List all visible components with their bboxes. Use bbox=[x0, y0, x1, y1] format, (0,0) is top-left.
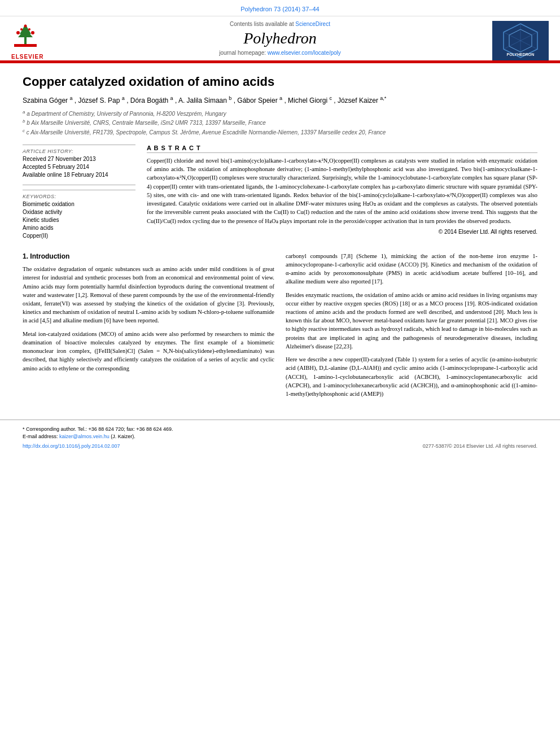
footer-links: http://dx.doi.org/10.1016/j.poly.2014.02… bbox=[23, 443, 537, 449]
sciencedirect-link[interactable]: ScienceDirect bbox=[295, 21, 330, 27]
affiliation-b: b b Aix Marseille Université, CNRS, Cent… bbox=[23, 118, 537, 127]
polyhedron-cover-image: POLYHEDRON bbox=[492, 21, 549, 60]
history-label: Article history: bbox=[23, 148, 135, 154]
abstract-section: A B S T R A C T Copper(II) chloride and … bbox=[147, 145, 537, 235]
author-gabor: , Gábor Speier bbox=[234, 97, 279, 104]
article-content: Copper catalyzed oxidation of amino acid… bbox=[0, 63, 560, 414]
intro-para5: Here we describe a new copper(II)-cataly… bbox=[286, 355, 537, 398]
article-history-section: Article history: Received 27 November 20… bbox=[23, 148, 135, 179]
top-bar: Polyhedron 73 (2014) 37–44 bbox=[0, 0, 560, 16]
email-line: E-mail address: kaizer@almos.vein.hu (J.… bbox=[23, 433, 537, 440]
author-michel: , Michel Giorgi bbox=[284, 97, 329, 104]
keyword-oxidase: Oxidase activity bbox=[23, 208, 135, 216]
svg-text:POLYHEDRON: POLYHEDRON bbox=[507, 53, 535, 56]
sciencedirect-line: Contents lists available at ScienceDirec… bbox=[79, 21, 481, 27]
author-dora: , Dóra Bogáth bbox=[126, 97, 170, 104]
author-szabina: Szabina Góger bbox=[23, 97, 69, 104]
elsevier-logo: ELSEVIER bbox=[11, 21, 79, 60]
svg-point-5 bbox=[31, 31, 34, 34]
journal-cover-area: POLYHEDRON bbox=[481, 21, 549, 60]
keyword-biomimetic: Biomimetic oxidation bbox=[23, 200, 135, 208]
affiliation-a: a a Department of Chemistry, University … bbox=[23, 109, 537, 118]
journal-issue-info: Polyhedron 73 (2014) 37–44 bbox=[240, 6, 319, 12]
contents-available-text: Contents lists available at bbox=[230, 21, 294, 27]
elsevier-tree-icon bbox=[11, 21, 40, 53]
journal-header: ELSEVIER Contents lists available at Sci… bbox=[0, 16, 560, 62]
svg-point-8 bbox=[28, 28, 30, 30]
intro-para3: carbonyl compounds [7,8] (Scheme 1), mim… bbox=[286, 252, 537, 286]
body-col-right: carbonyl compounds [7,8] (Scheme 1), mim… bbox=[286, 252, 537, 403]
keyword-amino: Amino acids bbox=[23, 224, 135, 232]
cover-svg: POLYHEDRON bbox=[492, 21, 549, 60]
corresponding-author-note: * Corresponding author. Tel.: +36 88 624… bbox=[23, 426, 537, 433]
received-date: Received 27 November 2013 bbox=[23, 155, 135, 163]
svg-marker-3 bbox=[18, 28, 33, 37]
homepage-url[interactable]: www.elsevier.com/locate/poly bbox=[268, 50, 341, 56]
svg-point-6 bbox=[24, 25, 27, 28]
authors-line: Szabina Góger a , József S. Pap a , Dóra… bbox=[23, 95, 537, 106]
accepted-date: Accepted 5 February 2014 bbox=[23, 163, 135, 171]
abstract-header: A B S T R A C T bbox=[147, 145, 537, 153]
body-col-left: 1. Introduction The oxidative degradatio… bbox=[23, 252, 274, 403]
journal-header-center: Contents lists available at ScienceDirec… bbox=[79, 21, 481, 60]
available-date: Available online 18 February 2014 bbox=[23, 171, 135, 179]
svg-rect-0 bbox=[14, 44, 37, 47]
author-kaizer: , József Kaizer bbox=[334, 97, 380, 104]
abstract-col: A B S T R A C T Copper(II) chloride and … bbox=[147, 145, 537, 243]
journal-name: Polyhedron bbox=[79, 29, 481, 47]
body-content: 1. Introduction The oxidative degradatio… bbox=[23, 252, 537, 403]
page-footer: * Corresponding author. Tel.: +36 88 624… bbox=[0, 420, 560, 455]
keyword-copper: Copper(II) bbox=[23, 232, 135, 240]
email-name: (J. Kaizer). bbox=[111, 434, 135, 439]
article-info-box: Article history: Received 27 November 20… bbox=[23, 145, 135, 240]
affiliation-c: c c Aix-Marseille Université, FR1739, Sp… bbox=[23, 128, 537, 137]
elsevier-logo-area: ELSEVIER bbox=[11, 21, 79, 60]
page: Polyhedron 73 (2014) 37–44 bbox=[0, 0, 560, 747]
article-info-abstract: Article history: Received 27 November 20… bbox=[23, 145, 537, 243]
corresponding-note-text: * Corresponding author. Tel.: +36 88 624… bbox=[23, 426, 173, 432]
doi-link[interactable]: http://dx.doi.org/10.1016/j.poly.2014.02… bbox=[23, 443, 120, 449]
article-info-col: Article history: Received 27 November 20… bbox=[23, 145, 135, 243]
abstract-text: Copper(II) chloride and novel bis(1-amin… bbox=[147, 156, 537, 225]
svg-point-4 bbox=[16, 31, 20, 34]
copyright-line: © 2014 Elsevier Ltd. All rights reserved… bbox=[147, 229, 537, 235]
author-jozsef: , József S. Pap bbox=[75, 97, 122, 104]
info-divider bbox=[23, 185, 135, 185]
intro-para4: Besides enzymatic reactions, the oxidati… bbox=[286, 291, 537, 351]
affiliations: a a Department of Chemistry, University … bbox=[23, 109, 537, 137]
article-title: Copper catalyzed oxidation of amino acid… bbox=[23, 75, 537, 89]
intro-para1: The oxidative degradation of organic sub… bbox=[23, 265, 274, 325]
keywords-label: Keywords: bbox=[23, 194, 135, 199]
keywords-section: Keywords: Biomimetic oxidation Oxidase a… bbox=[23, 190, 135, 240]
email-label: E-mail address: bbox=[23, 434, 58, 439]
issn-copyright: 0277-5387/© 2014 Elsevier Ltd. All right… bbox=[423, 443, 537, 449]
journal-homepage: journal homepage: www.elsevier.com/locat… bbox=[79, 50, 481, 56]
email-link[interactable]: kaizer@almos.vein.hu bbox=[59, 434, 110, 439]
author-jalila: , A. Jalila Simaan bbox=[175, 97, 229, 104]
intro-para2: Metal ion-catalyzed oxidations (MCO) of … bbox=[23, 330, 274, 373]
svg-point-7 bbox=[20, 28, 23, 30]
elsevier-label: ELSEVIER bbox=[11, 54, 43, 60]
intro-title: 1. Introduction bbox=[23, 252, 274, 261]
keyword-kinetic: Kinetic studies bbox=[23, 216, 135, 224]
